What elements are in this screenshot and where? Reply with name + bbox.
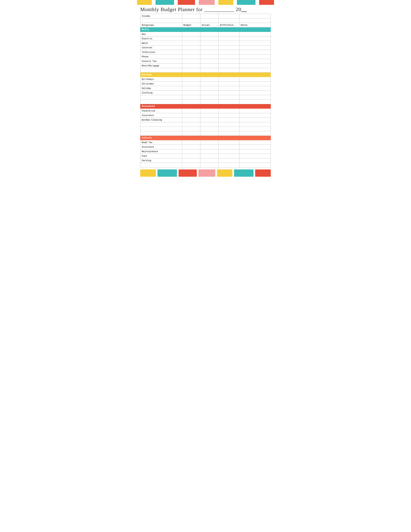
row-cell: [182, 154, 200, 158]
income-label: Income:: [140, 14, 182, 18]
header-notes: Notes: [239, 23, 271, 28]
section-label: Bills: [140, 28, 271, 32]
row-cell: [219, 154, 239, 158]
row-cell: [239, 100, 271, 104]
row-label: [140, 122, 182, 127]
top-bar-segment: [233, 0, 237, 5]
row-cell: [219, 77, 239, 82]
row-cell: [200, 100, 219, 104]
row-label: Rent/Mortgage: [140, 64, 182, 68]
table-row: Birthdays: [140, 77, 271, 82]
table-row: Gas: [140, 32, 271, 37]
header-budget: Budget: [182, 23, 200, 28]
row-label: Parking: [140, 158, 182, 163]
row-label: Gas: [140, 32, 182, 37]
table-row: [140, 100, 271, 104]
row-cell: [200, 131, 219, 136]
row-label: Road Tax: [140, 140, 182, 145]
row-cell: [200, 163, 219, 167]
row-cell: [200, 46, 219, 50]
row-cell: [239, 163, 271, 167]
table-row: Fuel: [140, 154, 271, 158]
row-cell: [200, 145, 219, 149]
row-label: Council Tax: [140, 59, 182, 64]
table-row: Parking: [140, 158, 271, 163]
row-cell: [219, 55, 239, 59]
table-row: Electric: [140, 37, 271, 41]
title-text: Monthly Budget Planner for: [140, 6, 204, 12]
row-cell: [239, 95, 271, 100]
top-bar-segment: [218, 0, 233, 5]
row-cell: [200, 68, 219, 73]
row-cell: [239, 82, 271, 86]
row-cell: [219, 149, 239, 154]
row-cell: [182, 140, 200, 145]
row-cell: [239, 158, 271, 163]
budget-table: Income: Outgoings Budget Actual Differen…: [140, 14, 271, 167]
row-cell: [239, 86, 271, 91]
row-cell: [182, 113, 200, 118]
row-cell: [219, 109, 239, 113]
row-cell: [219, 59, 239, 64]
section-header-bills: Bills: [140, 28, 271, 32]
row-cell: [200, 127, 219, 131]
row-cell: [200, 113, 219, 118]
row-cell: [239, 140, 271, 145]
table-row: [140, 127, 271, 131]
top-bar-segment: [137, 0, 152, 5]
table-row: Council Tax: [140, 59, 271, 64]
row-cell: [239, 32, 271, 37]
row-cell: [219, 64, 239, 68]
row-cell: [239, 154, 271, 158]
table-row: Maintainence: [140, 149, 271, 154]
header-difference: Difference: [219, 23, 239, 28]
row-cell: [200, 41, 219, 46]
row-cell: [219, 127, 239, 131]
table-row: Television: [140, 50, 271, 55]
section-header-savings: Savings: [140, 73, 271, 77]
row-cell: [182, 32, 200, 37]
row-label: [140, 131, 182, 136]
top-bar-segment: [259, 0, 274, 5]
row-label: Food/Drink: [140, 109, 182, 113]
section-header-vehicle: Vehicle: [140, 136, 271, 140]
row-cell: [239, 109, 271, 113]
top-bar-segment: [199, 0, 215, 5]
row-label: [140, 100, 182, 104]
row-label: Internet: [140, 46, 182, 50]
row-cell: [219, 46, 239, 50]
row-label: Phone: [140, 55, 182, 59]
row-cell: [182, 149, 200, 154]
table-row: Clothing: [140, 91, 271, 95]
top-bar-segment: [152, 0, 156, 5]
row-cell: [182, 59, 200, 64]
row-cell: [239, 46, 271, 50]
top-bar-segment: [195, 0, 199, 5]
row-cell: [219, 158, 239, 163]
top-bar-segment: [255, 0, 259, 5]
row-cell: [239, 59, 271, 64]
row-cell: [200, 59, 219, 64]
row-cell: [239, 113, 271, 118]
row-cell: [182, 82, 200, 86]
row-cell: [219, 91, 239, 95]
top-bar-segment: [237, 0, 255, 5]
row-cell: [219, 113, 239, 118]
row-cell: [200, 91, 219, 95]
row-cell: [239, 91, 271, 95]
row-cell: [239, 127, 271, 131]
table-row: [140, 131, 271, 136]
row-cell: [182, 37, 200, 41]
row-cell: [182, 50, 200, 55]
row-cell: [200, 140, 219, 145]
row-label: Holiday: [140, 86, 182, 91]
bottom-bar-block: [198, 170, 215, 177]
row-cell: [182, 122, 200, 127]
table-row: Food/Drink: [140, 109, 271, 113]
row-label: Fuel: [140, 154, 182, 158]
table-row: Internet: [140, 46, 271, 50]
bottom-bar-block: [217, 170, 233, 177]
row-cell: [219, 50, 239, 55]
row-cell: [182, 118, 200, 122]
row-cell: [219, 118, 239, 122]
